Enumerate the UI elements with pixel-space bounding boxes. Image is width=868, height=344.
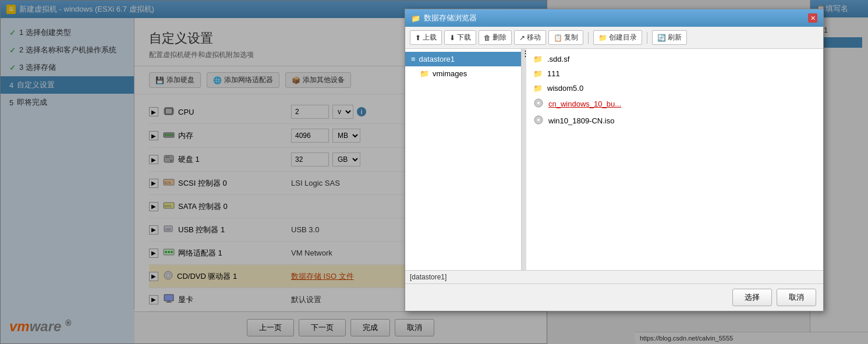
dialog-close-btn[interactable]: ✕ xyxy=(808,13,817,23)
refresh-icon: 🔄 xyxy=(657,34,666,42)
file-item-wisdom[interactable]: 📁 wisdom5.0 xyxy=(526,81,823,95)
delete-icon: 🗑 xyxy=(484,34,491,42)
tree-vmimages-icon: 📁 xyxy=(420,69,429,78)
cd-icon-win10 xyxy=(533,115,544,126)
delete-label: 删除 xyxy=(493,33,506,42)
create-dir-label: 创建目录 xyxy=(609,33,637,42)
toolbar-divider xyxy=(588,32,589,44)
refresh-btn[interactable]: 🔄 刷新 xyxy=(652,30,687,45)
create-dir-btn[interactable]: 📁 创建目录 xyxy=(593,30,642,45)
dialog-title-bar: 📁 数据存储浏览器 ✕ xyxy=(405,9,823,27)
tree-datastore1-icon: ≡ xyxy=(411,55,416,63)
file-item-sdd[interactable]: 📁 .sdd.sf xyxy=(526,52,823,66)
file-name-win10: win10_1809-CN.iso xyxy=(548,116,614,125)
dialog-title-left: 📁 数据存储浏览器 xyxy=(411,13,477,23)
copy-icon: 📋 xyxy=(554,34,562,42)
dialog-body: ≡ datastore1 📁 vmimages ⋮⋮⋮ 📁 .sdd.sf 📁 … xyxy=(405,49,823,270)
dialog-title-text: 数据存储浏览器 xyxy=(424,13,477,23)
move-btn[interactable]: ↗ 移动 xyxy=(514,30,546,45)
refresh-label: 刷新 xyxy=(668,33,682,42)
delete-btn[interactable]: 🗑 删除 xyxy=(479,30,512,45)
download-btn[interactable]: ⬇ 下载 xyxy=(444,30,476,45)
copy-btn[interactable]: 📋 复制 xyxy=(548,30,583,45)
tree-datastore1-label: datastore1 xyxy=(419,55,455,63)
download-label: 下载 xyxy=(457,33,471,42)
dialog-tree: ≡ datastore1 📁 vmimages xyxy=(405,49,522,270)
file-name-wisdom: wisdom5.0 xyxy=(547,84,583,93)
upload-icon: ⬆ xyxy=(415,34,421,42)
tree-item-datastore1[interactable]: ≡ datastore1 xyxy=(405,52,521,66)
toolbar-divider2 xyxy=(647,32,647,44)
move-label: 移动 xyxy=(527,33,541,42)
file-item-111[interactable]: 📁 111 xyxy=(526,66,823,81)
dialog-title-icon: 📁 xyxy=(411,14,420,23)
dialog-footer: 选择 取消 xyxy=(405,283,823,311)
copy-label: 复制 xyxy=(564,33,578,42)
file-item-cn-windows[interactable]: cn_windows_10_bu... xyxy=(526,95,823,112)
move-icon: ↗ xyxy=(519,34,525,42)
resize-handle[interactable]: ⋮⋮⋮ xyxy=(522,49,526,270)
status-bar-text: [datastore1] xyxy=(410,273,447,281)
file-name-cn: cn_windows_10_bu... xyxy=(548,100,621,108)
tree-vmimages-label: vmimages xyxy=(433,69,467,78)
dialog-toolbar: ⬆ 上载 ⬇ 下载 🗑 删除 ↗ 移动 📋 复制 📁 创建目录 🔄 刷新 xyxy=(405,27,823,49)
dialog-files: 📁 .sdd.sf 📁 111 📁 wisdom5.0 cn_windows_1… xyxy=(526,49,823,270)
dialog-select-btn[interactable]: 选择 xyxy=(732,289,772,306)
file-item-win10[interactable]: win10_1809-CN.iso xyxy=(526,112,823,129)
svg-point-36 xyxy=(537,119,540,121)
folder-icon-111: 📁 xyxy=(533,69,543,78)
upload-label: 上载 xyxy=(423,33,437,42)
dialog-status-bar: [datastore1] xyxy=(405,270,823,283)
folder-icon-wisdom: 📁 xyxy=(533,84,543,93)
file-name-111: 111 xyxy=(547,69,560,78)
download-icon: ⬇ xyxy=(449,34,455,42)
cd-icon-cn xyxy=(533,98,544,109)
tree-item-vmimages[interactable]: 📁 vmimages xyxy=(405,66,521,81)
datastore-dialog: 📁 数据存储浏览器 ✕ ⬆ 上载 ⬇ 下载 🗑 删除 ↗ 移动 📋 复制 📁 创… xyxy=(405,9,824,311)
dialog-cancel-btn[interactable]: 取消 xyxy=(777,289,816,306)
upload-btn[interactable]: ⬆ 上载 xyxy=(410,30,442,45)
folder-icon-sdd: 📁 xyxy=(533,55,543,63)
file-name-sdd: .sdd.sf xyxy=(547,55,569,63)
create-dir-icon: 📁 xyxy=(598,34,607,42)
svg-point-34 xyxy=(537,102,540,104)
